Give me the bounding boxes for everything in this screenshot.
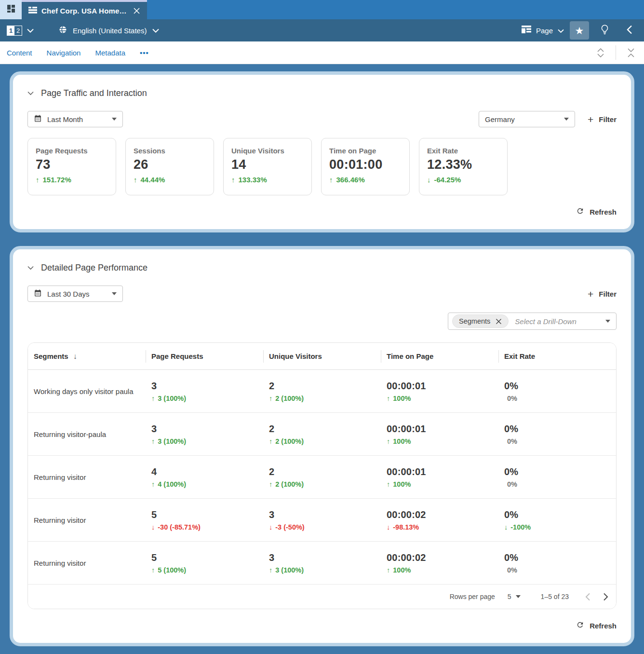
caret-down-icon <box>564 118 569 121</box>
cell-delta: 0% <box>504 395 616 402</box>
delta-arrow-icon: ↑ <box>134 176 137 184</box>
version-selector[interactable]: 1 2 <box>7 26 22 36</box>
cell-exit-rate: 0% 0% <box>498 466 616 488</box>
cell-value: 5 <box>151 552 263 563</box>
column-header-page-requests[interactable]: Page Requests <box>146 343 263 369</box>
tab-metadata[interactable]: Metadata <box>95 49 125 57</box>
filter-button-label: Filter <box>599 115 617 123</box>
collapse-panel-button[interactable] <box>620 21 639 40</box>
delta-arrow-icon: ↑ <box>329 176 333 184</box>
date-range-dropdown[interactable]: Last Month <box>27 111 123 127</box>
cell-value: 00:00:01 <box>387 423 498 435</box>
delta-text: 3 (100%) <box>158 437 186 445</box>
cell-value: 3 <box>269 509 381 520</box>
refresh-icon <box>576 621 584 630</box>
column-label: Page Requests <box>151 352 203 360</box>
cell-delta: ↑3 (100%) <box>151 395 263 402</box>
cell-delta: ↓-3 (-50%) <box>269 523 381 531</box>
version-chevron-down-icon[interactable] <box>27 28 34 33</box>
segments-chip[interactable]: Segments <box>452 314 509 328</box>
metric-label: Unique Visitors <box>231 147 304 155</box>
star-icon: ★ <box>575 26 584 36</box>
table-row[interactable]: Returning visitor 4 ↑4 (100%) 2 ↑2 (100%… <box>28 456 616 499</box>
filter-button[interactable]: + Filter <box>588 289 617 299</box>
cell-delta: ↓-30 (-85.71%) <box>151 523 263 531</box>
cell-value: 00:00:02 <box>387 552 498 563</box>
delta-text: 2 (100%) <box>275 480 304 488</box>
panel-traffic-title: Page Traffic and Interaction <box>41 88 147 98</box>
delta-arrow-icon: ↑ <box>387 395 390 402</box>
document-tab[interactable]: Chef Corp. USA Home… <box>22 0 147 19</box>
caret-down-icon <box>605 320 610 323</box>
column-header-exit-rate[interactable]: Exit Rate <box>498 343 616 369</box>
collapse-section-chevron-icon[interactable] <box>27 91 34 95</box>
lightbulb-icon <box>601 25 609 37</box>
traffic-refresh-row: Refresh <box>27 207 617 217</box>
segment-name: Returning visitor-paula <box>28 430 146 438</box>
refresh-button[interactable]: Refresh <box>576 207 617 217</box>
tab-navigation[interactable]: Navigation <box>47 49 81 57</box>
table-row[interactable]: Working days only visitor paula 3 ↑3 (10… <box>28 370 616 413</box>
tabs-overflow-button[interactable]: ••• <box>140 49 149 57</box>
refresh-button[interactable]: Refresh <box>576 621 617 630</box>
delta-text: 5 (100%) <box>158 566 186 574</box>
collapse-all-button[interactable] <box>625 47 637 58</box>
panel-traffic-header: Page Traffic and Interaction <box>27 88 617 98</box>
cell-time-on-page: 00:00:02 ↓-98.13% <box>381 509 498 531</box>
tab-content[interactable]: Content <box>7 49 32 57</box>
favorite-button[interactable]: ★ <box>570 21 589 40</box>
delta-arrow-icon: ↑ <box>231 176 235 184</box>
cell-value: 2 <box>269 423 381 435</box>
collapse-section-chevron-icon[interactable] <box>27 266 34 270</box>
column-label: Segments <box>34 352 68 360</box>
metric-label: Exit Rate <box>427 147 499 155</box>
cell-time-on-page: 00:00:01 ↑100% <box>381 466 498 488</box>
delta-text: 133.33% <box>239 176 267 184</box>
cell-page-requests: 4 ↑4 (100%) <box>146 466 263 488</box>
column-divider <box>263 350 264 363</box>
app-launcher-button[interactable] <box>0 0 22 19</box>
insights-button[interactable] <box>595 21 614 40</box>
country-dropdown[interactable]: Germany <box>479 111 575 127</box>
calendar-icon <box>34 114 42 124</box>
delta-arrow-icon: ↓ <box>151 523 155 531</box>
chevron-up-icon <box>597 48 604 52</box>
table-row[interactable]: Returning visitor 5 ↑5 (100%) 3 ↑3 (100%… <box>28 542 616 585</box>
metric-value: 14 <box>231 157 304 172</box>
navigate-up-down-button[interactable] <box>594 47 607 58</box>
column-header-unique-visitors[interactable]: Unique Visitors <box>263 343 381 369</box>
delta-arrow-icon: ↓ <box>427 176 431 184</box>
globe-icon <box>59 26 67 36</box>
date-range-dropdown[interactable]: Last 30 Days <box>27 286 123 302</box>
cell-delta: ↑3 (100%) <box>151 437 263 445</box>
segments-chip-label: Segments <box>459 317 490 325</box>
table-row[interactable]: Returning visitor 5 ↓-30 (-85.71%) 3 ↓-3… <box>28 499 616 542</box>
editor-toolbar: 1 2 English (United States) Page ★ <box>0 19 644 41</box>
cell-delta: 0% <box>504 480 616 488</box>
rows-per-page-select[interactable]: 5 <box>508 593 521 600</box>
cell-value: 2 <box>269 381 381 392</box>
rows-per-page-value: 5 <box>508 593 511 600</box>
delta-text: -3 (-50%) <box>275 523 304 531</box>
view-mode-selector[interactable]: Page <box>522 26 564 35</box>
delta-text: 366.46% <box>336 176 365 184</box>
column-header-time-on-page[interactable]: Time on Page <box>381 343 498 369</box>
close-tab-icon[interactable] <box>133 7 140 14</box>
remove-chip-icon[interactable] <box>496 318 502 325</box>
country-value: Germany <box>485 115 515 123</box>
performance-refresh-row: Refresh <box>27 621 617 630</box>
cell-page-requests: 5 ↑5 (100%) <box>146 552 263 574</box>
next-page-button[interactable] <box>603 593 608 601</box>
section-tab-strip: Content Navigation Metadata ••• <box>0 41 644 64</box>
cell-unique-visitors: 3 ↓-3 (-50%) <box>263 509 381 531</box>
previous-page-button[interactable] <box>585 593 590 601</box>
cell-value: 0% <box>504 509 616 520</box>
table-row[interactable]: Returning visitor-paula 3 ↑3 (100%) 2 ↑2… <box>28 413 616 456</box>
filter-button[interactable]: + Filter <box>588 114 617 124</box>
column-header-segments[interactable]: Segments ↓ <box>28 343 146 369</box>
drilldown-select[interactable]: Segments Select a Drill-Down <box>448 313 617 330</box>
cell-delta: 0% <box>504 437 616 445</box>
language-selector[interactable]: English (United States) <box>59 26 159 36</box>
delta-arrow-icon: ↑ <box>387 437 390 445</box>
toolbar-right-group: Page ★ <box>522 21 639 40</box>
